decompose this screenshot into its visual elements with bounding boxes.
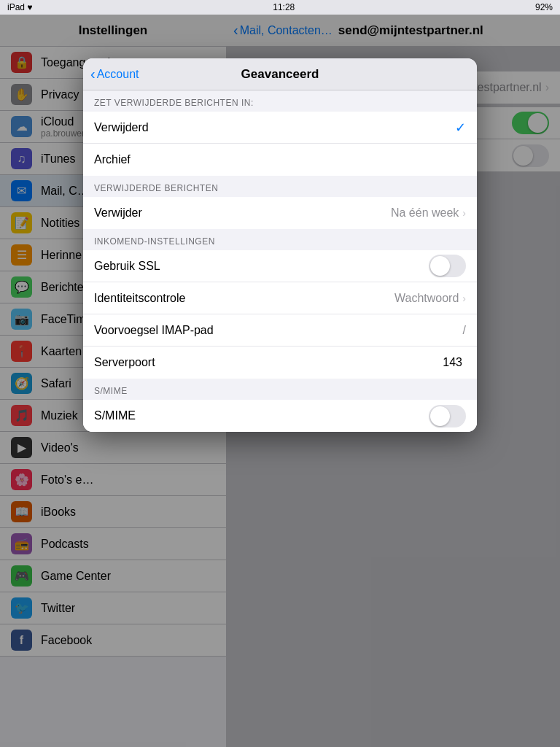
serverpoort-row[interactable]: Serverpoort 143 xyxy=(83,347,477,379)
checkmark-icon: ✓ xyxy=(455,120,466,136)
serverpoort-value: 143 xyxy=(443,356,462,369)
identiteitscontrole-row[interactable]: Identiteitscontrole Wachtwoord › xyxy=(83,282,477,314)
section2-header: VERWIJDERDE BERICHTEN xyxy=(83,176,477,197)
modal-title: Geavanceerd xyxy=(83,67,477,82)
modal-back-button[interactable]: ‹ Account xyxy=(83,66,139,82)
status-battery: 92% xyxy=(535,2,553,12)
verwijder-value: Na één week xyxy=(391,206,459,220)
smime-group: S/MIME xyxy=(83,400,477,432)
modal-back-label: Account xyxy=(97,68,139,81)
serverpoort-label: Serverpoort xyxy=(94,356,443,369)
gebruik-ssl-row[interactable]: Gebruik SSL xyxy=(83,250,477,282)
verwijder-label: Verwijder xyxy=(94,206,391,220)
section4-header: S/MIME xyxy=(83,379,477,400)
status-bar: iPad ♥ 11:28 92% xyxy=(0,0,560,15)
verwijder-chevron-icon: › xyxy=(462,207,466,219)
option-archief[interactable]: Archief xyxy=(83,144,477,176)
option-archief-label: Archief xyxy=(94,153,466,166)
smime-toggle[interactable] xyxy=(429,405,466,427)
voorvoegsel-row[interactable]: Voorvoegsel IMAP-pad / xyxy=(83,314,477,347)
option-verwijderd-label: Verwijderd xyxy=(94,121,455,134)
incoming-settings-group: Gebruik SSL Identiteitscontrole Wachtwoo… xyxy=(83,250,477,379)
deleted-options-group: Verwijderd ✓ Archief xyxy=(83,112,477,176)
voorvoegsel-label: Voorvoegsel IMAP-pad xyxy=(94,324,459,337)
smime-label: S/MIME xyxy=(94,409,429,422)
voorvoegsel-value: / xyxy=(463,324,466,337)
status-left: iPad ♥ xyxy=(7,2,32,12)
identiteitscontrole-label: Identiteitscontrole xyxy=(94,292,394,305)
smime-row[interactable]: S/MIME xyxy=(83,400,477,432)
modal-header: ‹ Account Geavanceerd xyxy=(83,58,477,90)
option-verwijderd[interactable]: Verwijderd ✓ xyxy=(83,112,477,144)
verwijder-row[interactable]: Verwijder Na één week › xyxy=(83,197,477,229)
section1-header: ZET VERWIJDERDE BERICHTEN IN: xyxy=(83,90,477,112)
identiteitscontrole-value: Wachtwoord xyxy=(394,292,459,305)
modal-overlay: ‹ Account Geavanceerd ZET VERWIJDERDE BE… xyxy=(0,15,560,747)
delete-timing-group: Verwijder Na één week › xyxy=(83,197,477,229)
modal-back-chevron-icon: ‹ xyxy=(90,66,96,82)
identiteitscontrole-chevron-icon: › xyxy=(462,293,466,304)
gebruik-ssl-label: Gebruik SSL xyxy=(94,260,429,273)
status-time: 11:28 xyxy=(273,2,295,12)
advanced-modal: ‹ Account Geavanceerd ZET VERWIJDERDE BE… xyxy=(83,58,477,432)
ssl-toggle[interactable] xyxy=(429,255,466,277)
section3-header: INKOMEND-INSTELLINGEN xyxy=(83,229,477,250)
